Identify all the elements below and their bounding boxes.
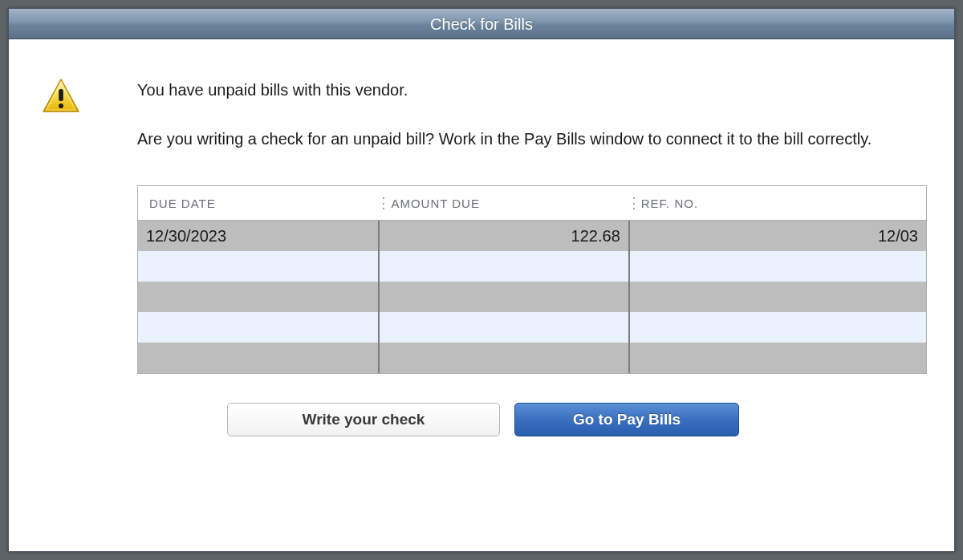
table-header-row: DUE DATE ⋮ AMOUNT DUE ⋮ REF. NO. <box>138 186 926 220</box>
column-label: AMOUNT DUE <box>391 197 480 210</box>
cell-amount-due <box>380 251 629 282</box>
message-line2: Are you writing a check for an unpaid bi… <box>137 128 925 150</box>
table-row[interactable] <box>138 312 926 343</box>
cell-due-date: 12/30/2023 <box>138 221 380 251</box>
message-line1: You have unpaid bills with this vendor. <box>137 79 925 101</box>
svg-rect-0 <box>59 89 63 101</box>
cell-amount-due: 122.68 <box>380 221 629 251</box>
bills-table: DUE DATE ⋮ AMOUNT DUE ⋮ REF. NO. 12/30/2… <box>137 185 927 374</box>
cell-due-date <box>138 312 380 343</box>
cell-due-date <box>138 282 380 312</box>
cell-ref-no <box>630 312 926 343</box>
cell-ref-no <box>630 282 926 312</box>
column-header-due-date[interactable]: DUE DATE <box>138 186 380 220</box>
column-label: REF. NO. <box>641 197 698 210</box>
go-to-pay-bills-button[interactable]: Go to Pay Bills <box>514 403 739 436</box>
column-header-ref-no[interactable]: ⋮ REF. NO. <box>630 186 926 220</box>
cell-amount-due <box>380 282 629 312</box>
dialog-titlebar: Check for Bills <box>9 9 954 39</box>
dialog-title: Check for Bills <box>430 15 533 33</box>
table-row[interactable] <box>138 251 926 282</box>
column-header-amount-due[interactable]: ⋮ AMOUNT DUE <box>380 186 629 220</box>
svg-point-1 <box>59 103 63 108</box>
column-resize-grip-icon[interactable]: ⋮ <box>376 201 389 205</box>
cell-due-date <box>138 343 380 373</box>
cell-ref-no <box>630 251 926 282</box>
message-block: You have unpaid bills with this vendor. … <box>137 79 925 150</box>
button-bar: Write your check Go to Pay Bills <box>41 403 925 436</box>
table-row[interactable] <box>138 282 926 312</box>
write-your-check-button[interactable]: Write your check <box>227 403 500 436</box>
table-body: 12/30/2023 122.68 12/03 <box>138 220 926 373</box>
table-row[interactable]: 12/30/2023 122.68 12/03 <box>138 221 926 251</box>
dialog-content: You have unpaid bills with this vendor. … <box>9 39 954 436</box>
cell-due-date <box>138 251 380 282</box>
cell-amount-due <box>380 343 629 373</box>
table-row[interactable] <box>138 343 926 373</box>
cell-ref-no: 12/03 <box>630 221 926 251</box>
check-for-bills-dialog: Check for Bills You have unpaid bills wi… <box>8 8 955 552</box>
cell-amount-due <box>380 312 629 343</box>
warning-icon <box>41 78 81 118</box>
column-label: DUE DATE <box>149 197 216 210</box>
column-resize-grip-icon[interactable]: ⋮ <box>627 201 640 205</box>
cell-ref-no <box>630 343 926 373</box>
